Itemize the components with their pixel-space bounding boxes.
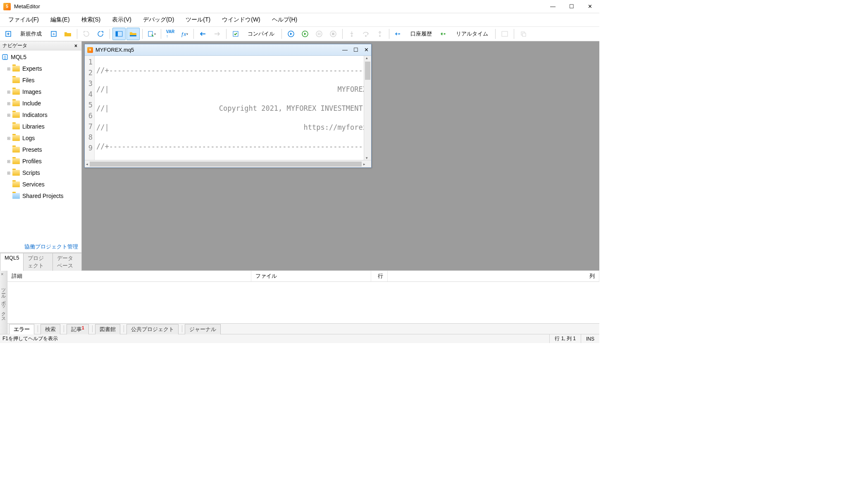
tree-item-label: Include	[22, 100, 41, 107]
debug-play-button[interactable]	[284, 28, 298, 40]
toolbox-header-details[interactable]: 詳細	[7, 271, 251, 281]
tree-item-images[interactable]: ⊞Images	[0, 86, 81, 98]
menu-tools[interactable]: ツール(T)	[180, 14, 216, 25]
editor-maximize-button[interactable]: ☐	[353, 47, 358, 53]
code-area[interactable]: //+-------------------------------------…	[95, 56, 364, 160]
toolbox-content	[7, 282, 599, 323]
titlebar: 5 MetaEditor — ☐ ✕	[0, 0, 599, 13]
toolbox-tabs: エラー 検索 記事1 図書館 公共プロジェクト ジャーナル	[7, 323, 599, 334]
toolbox-tab-article[interactable]: 記事1	[67, 324, 89, 334]
menu-search[interactable]: 検索(S)	[76, 14, 107, 25]
toolbox-close-button[interactable]: ×	[1, 272, 4, 277]
open-folder-button[interactable]	[61, 28, 74, 40]
toolbox-tab-search[interactable]: 検索	[41, 324, 60, 334]
step-into-button	[345, 28, 358, 40]
svg-text:{}: {}	[4, 55, 6, 60]
toolbox-side-label: ツールボックス	[0, 285, 7, 320]
folder-icon	[12, 112, 20, 118]
new-file-button[interactable]	[2, 28, 15, 40]
status-help-text: F1を押してヘルプを表示	[0, 335, 549, 342]
file-icon: 5	[87, 47, 93, 53]
snippet-button[interactable]: ▾	[145, 28, 158, 40]
svg-rect-16	[332, 33, 334, 35]
expand-icon[interactable]: ⊞	[6, 90, 12, 94]
nav-tab-project[interactable]: プロジェクト	[23, 253, 52, 271]
toolbox-tab-error[interactable]: エラー	[9, 324, 34, 334]
expand-icon[interactable]: ⊞	[6, 136, 12, 141]
menu-file[interactable]: ファイル(F)	[2, 14, 45, 25]
folder-icon	[12, 66, 20, 72]
navigator-panel: ナビゲータ × {} MQL5 ⊞ExpertsFiles⊞Images⊞Inc…	[0, 41, 82, 270]
history-icon-button[interactable]	[392, 28, 405, 40]
tree-item-libraries[interactable]: Libraries	[0, 121, 81, 132]
editor-scrollbar-horizontal[interactable]	[85, 160, 371, 167]
tree-item-logs[interactable]: ⊞Logs	[0, 132, 81, 144]
run-play-button[interactable]	[298, 28, 312, 40]
menu-view[interactable]: 表示(V)	[106, 14, 137, 25]
menu-help[interactable]: ヘルプ(H)	[266, 14, 303, 25]
expand-icon[interactable]: ⊞	[6, 101, 12, 106]
realtime-label[interactable]: リアルタイム	[451, 28, 493, 40]
pause-button	[312, 28, 326, 40]
svg-rect-7	[130, 35, 136, 36]
tree-item-label: Scripts	[22, 169, 40, 176]
toolbox-header-row[interactable]: 行	[371, 271, 388, 281]
toolbox-side-handle[interactable]: × ツールボックス	[0, 271, 7, 334]
editor-close-button[interactable]: ✕	[364, 47, 369, 53]
new-box-button[interactable]: +	[47, 28, 60, 40]
expand-icon[interactable]: ⊞	[6, 67, 12, 71]
tree-item-scripts[interactable]: ⊞Scripts	[0, 167, 81, 179]
tree-item-presets[interactable]: Presets	[0, 144, 81, 155]
var-button[interactable]: VAR↑	[164, 28, 177, 40]
toolbox-tab-library[interactable]: 図書館	[95, 324, 120, 334]
compile-check-button[interactable]	[229, 28, 242, 40]
tree-item-services[interactable]: Services	[0, 179, 81, 190]
undo-button	[80, 28, 93, 40]
editor-scrollbar-vertical[interactable]	[364, 56, 371, 160]
toolbox-headers: 詳細 ファイル 行 列	[7, 271, 599, 282]
new-label[interactable]: 新規作成	[16, 28, 46, 40]
toolbar: 新規作成 + ▾ VAR↑ ƒx▾ コンパイル 口座履歴 リアルタイム	[0, 26, 599, 41]
nav-tab-mql5[interactable]: MQL5	[0, 253, 24, 271]
panel-bottom-button[interactable]	[126, 28, 140, 40]
close-button[interactable]: ✕	[581, 0, 599, 13]
menu-edit[interactable]: 編集(E)	[45, 14, 76, 25]
toolbox-header-col[interactable]: 列	[388, 271, 599, 281]
maximize-button[interactable]: ☐	[562, 0, 581, 13]
toolbox-header-file[interactable]: ファイル	[251, 271, 371, 281]
app-title: MetaEditor	[14, 3, 544, 10]
collab-link[interactable]: 協働プロジェクト管理	[0, 241, 81, 252]
expand-icon[interactable]: ⊞	[6, 171, 12, 175]
redo-button[interactable]	[94, 28, 107, 40]
tree-item-indicators[interactable]: ⊞Indicators	[0, 109, 81, 121]
folder-icon	[12, 89, 20, 95]
panel-left-button[interactable]	[112, 28, 126, 40]
nav-tab-database[interactable]: データベース	[52, 253, 82, 271]
menu-debug[interactable]: デバッグ(D)	[137, 14, 180, 25]
tree-item-files[interactable]: Files	[0, 74, 81, 86]
compile-label[interactable]: コンパイル	[243, 28, 279, 40]
svg-text:+: +	[52, 31, 55, 36]
history-label[interactable]: 口座履歴	[406, 28, 436, 40]
tree-item-experts[interactable]: ⊞Experts	[0, 63, 81, 74]
tree-item-profiles[interactable]: ⊞Profiles	[0, 155, 81, 167]
menu-window[interactable]: ウインドウ(W)	[216, 14, 266, 25]
back-button[interactable]	[196, 28, 210, 40]
tree-item-label: Libraries	[22, 123, 45, 130]
navigator-title-text: ナビゲータ	[2, 42, 27, 49]
navigator-close-button[interactable]: ×	[73, 43, 79, 49]
expand-icon[interactable]: ⊞	[6, 159, 12, 164]
tree-root-mql5[interactable]: {} MQL5	[0, 51, 81, 63]
editor-body[interactable]: 123456789 //+---------------------------…	[85, 56, 371, 160]
minimize-button[interactable]: —	[544, 0, 562, 13]
realtime-icon-button[interactable]	[437, 28, 451, 40]
toolbox-tab-journal[interactable]: ジャーナル	[185, 324, 221, 334]
editor-minimize-button[interactable]: —	[342, 47, 348, 53]
toolbox-tab-public[interactable]: 公共プロジェクト	[126, 324, 179, 334]
tree-item-label: Files	[22, 77, 35, 83]
fx-button[interactable]: ƒx▾	[178, 28, 191, 40]
folder-icon	[12, 77, 20, 83]
expand-icon[interactable]: ⊞	[6, 113, 12, 117]
tree-item-shared-projects[interactable]: Shared Projects	[0, 190, 81, 202]
tree-item-include[interactable]: ⊞Include	[0, 98, 81, 109]
